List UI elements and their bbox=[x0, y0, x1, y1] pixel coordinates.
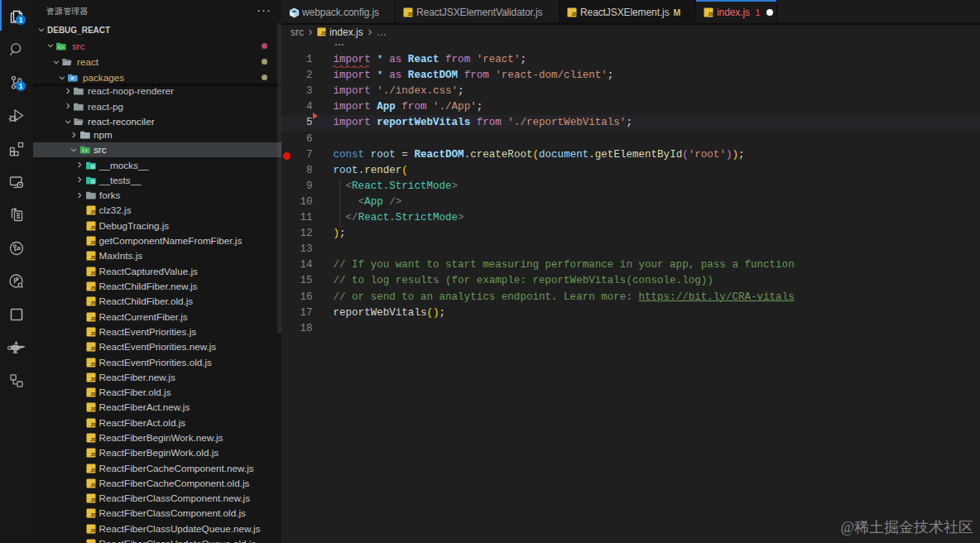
svg-text:JS: JS bbox=[90, 346, 96, 351]
svg-text:JS: JS bbox=[90, 483, 96, 488]
svg-text:JS: JS bbox=[90, 392, 96, 396]
svg-text:JS: JS bbox=[90, 300, 96, 305]
svg-text:JS: JS bbox=[90, 452, 96, 457]
svg-text:JS: JS bbox=[90, 377, 96, 382]
svg-text:JS: JS bbox=[90, 497, 96, 502]
svg-text:JS: JS bbox=[90, 361, 96, 366]
svg-text:JS: JS bbox=[90, 437, 96, 442]
svg-text:JS: JS bbox=[90, 315, 96, 320]
svg-text:JS: JS bbox=[90, 255, 96, 260]
svg-text:JS: JS bbox=[407, 11, 413, 16]
svg-text:JS: JS bbox=[90, 467, 96, 472]
svg-text:JS: JS bbox=[90, 331, 96, 336]
svg-text:JS: JS bbox=[321, 31, 326, 36]
svg-text:JS: JS bbox=[90, 286, 96, 291]
svg-text:JS: JS bbox=[571, 11, 577, 16]
svg-text:JS: JS bbox=[90, 528, 96, 533]
svg-text:JS: JS bbox=[90, 225, 96, 230]
svg-text:JS: JS bbox=[90, 422, 96, 427]
svg-text:JS: JS bbox=[90, 209, 96, 214]
svg-text:JS: JS bbox=[90, 240, 96, 245]
svg-text:JS: JS bbox=[90, 271, 96, 276]
svg-text:JS: JS bbox=[90, 406, 96, 411]
svg-text:JS: JS bbox=[90, 512, 96, 517]
svg-text:JS: JS bbox=[708, 11, 713, 16]
